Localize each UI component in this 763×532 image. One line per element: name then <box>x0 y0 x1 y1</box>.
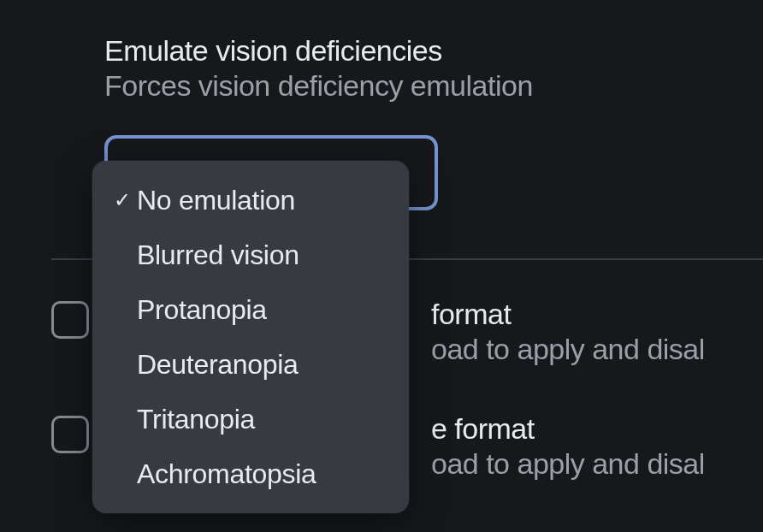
dropdown-option-label: Tritanopia <box>137 404 255 435</box>
dropdown-option-achromatopsia[interactable]: Achromatopsia <box>92 446 409 501</box>
dropdown-option-tritanopia[interactable]: Tritanopia <box>92 392 409 446</box>
dropdown-option-blurred-vision[interactable]: Blurred vision <box>92 228 409 282</box>
check-slot: ✓ <box>111 190 133 210</box>
setting-row-1-title: format <box>431 298 705 331</box>
checkbox-1[interactable] <box>51 301 89 339</box>
dropdown-option-label: Deuteranopia <box>137 349 299 381</box>
checkbox-2[interactable] <box>51 416 89 453</box>
dropdown-option-no-emulation[interactable]: ✓ No emulation <box>92 173 409 228</box>
dropdown-option-label: Achromatopsia <box>137 458 316 490</box>
dropdown-option-label: No emulation <box>137 185 295 216</box>
checkmark-icon: ✓ <box>114 190 131 210</box>
vision-deficiency-dropdown: ✓ No emulation Blurred vision Protanopia… <box>92 161 409 513</box>
setting-row-1-desc: oad to apply and disal <box>431 333 705 366</box>
setting-title: Emulate vision deficiencies <box>104 34 763 68</box>
setting-row-2-desc: oad to apply and disal <box>431 447 705 481</box>
dropdown-option-label: Blurred vision <box>137 239 299 271</box>
dropdown-option-deuteranopia[interactable]: Deuteranopia <box>92 337 409 392</box>
setting-description: Forces vision deficiency emulation <box>104 69 763 103</box>
dropdown-option-protanopia[interactable]: Protanopia <box>92 282 409 337</box>
dropdown-option-label: Protanopia <box>137 294 267 326</box>
setting-row-2-title: e format <box>431 412 705 446</box>
